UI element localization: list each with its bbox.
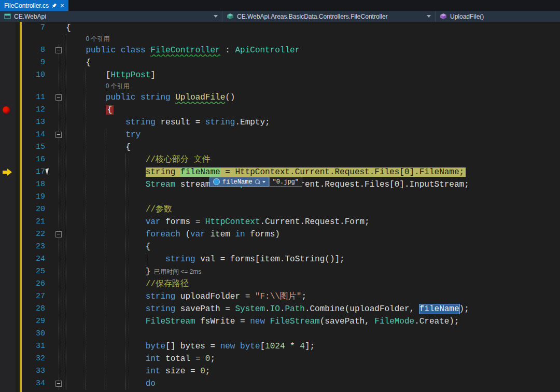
line-number: 32 <box>22 353 45 365</box>
code-text[interactable]: { <box>66 141 560 153</box>
code-token: total = <box>160 354 205 363</box>
breakpoint-margin[interactable] <box>0 365 16 377</box>
code-row: 30 <box>0 328 560 340</box>
breakpoint-margin[interactable] <box>0 178 16 191</box>
debug-datatip[interactable]: fileName "0.jpg" <box>209 177 302 187</box>
breakpoint-margin[interactable] <box>0 290 16 303</box>
code-text[interactable]: } 已用时间 <= 2ms <box>66 265 560 278</box>
line-number: 13 <box>22 116 45 129</box>
chevron-down-icon[interactable] <box>262 181 265 183</box>
code-text[interactable]: { <box>66 22 560 34</box>
breakpoint-margin[interactable] <box>0 44 16 57</box>
member-dropdown[interactable]: UploadFile() <box>435 11 560 22</box>
collapse-region-icon[interactable] <box>55 94 62 101</box>
breakpoint-margin[interactable] <box>0 303 16 315</box>
breakpoint-margin[interactable] <box>0 216 16 228</box>
code-token: public <box>106 93 136 102</box>
code-token: string <box>146 167 176 177</box>
codelens-references-link[interactable]: 0 个引用 <box>86 35 109 43</box>
code-text[interactable]: [HttpPost] <box>66 69 560 81</box>
breakpoint-margin[interactable] <box>0 315 16 328</box>
code-text[interactable]: { <box>66 57 560 69</box>
breakpoint-margin[interactable] <box>0 141 16 153</box>
fold-margin <box>45 22 66 34</box>
code-token: HttpContext <box>205 217 260 227</box>
breakpoint-margin[interactable] <box>0 278 16 290</box>
code-text[interactable]: { <box>66 241 560 253</box>
breakpoint-margin[interactable] <box>0 116 16 129</box>
code-editor[interactable]: 7{ 0 个引用8 public class FileController : … <box>0 22 560 392</box>
current-statement-arrow-icon[interactable] <box>3 171 7 174</box>
breakpoint-margin[interactable] <box>0 191 16 203</box>
tab-filecontroller[interactable]: FileController.cs × <box>0 0 68 11</box>
code-text[interactable]: //保存路径 <box>66 278 560 290</box>
code-text[interactable]: Stream stream = HttpContext.Current.Requ… <box>66 178 560 191</box>
breakpoint-margin[interactable] <box>0 377 16 390</box>
track-changes-margin <box>16 265 22 278</box>
magnifier-icon[interactable] <box>255 179 260 184</box>
code-text[interactable]: int size = 0; <box>66 365 560 377</box>
collapse-region-icon[interactable] <box>55 47 62 53</box>
breakpoint-margin[interactable] <box>0 265 16 278</box>
pin-icon[interactable] <box>52 3 57 8</box>
code-text[interactable]: public class FileController : ApiControl… <box>66 44 560 57</box>
breakpoint-icon[interactable] <box>3 106 10 114</box>
code-text[interactable]: do <box>66 377 560 390</box>
breakpoint-margin[interactable] <box>0 228 16 241</box>
code-text[interactable]: //参数 <box>66 203 560 216</box>
breakpoint-margin[interactable] <box>0 22 16 34</box>
code-text[interactable]: string uploadFolder = "F:\\图片"; <box>66 290 560 303</box>
breakpoint-margin[interactable] <box>0 34 16 44</box>
codelens-row: 0 个引用 <box>0 81 560 91</box>
type-dropdown[interactable]: CE.WebApi.Areas.BasicData.Controllers.Fi… <box>222 11 435 22</box>
code-text[interactable]: try <box>66 129 560 141</box>
code-text[interactable]: var forms = HttpContext.Current.Request.… <box>66 216 560 228</box>
breakpoint-margin[interactable] <box>0 104 16 116</box>
collapse-region-icon[interactable] <box>55 381 62 387</box>
code-text[interactable]: { <box>66 104 560 116</box>
code-token <box>135 93 141 102</box>
code-text[interactable]: 0 个引用 <box>66 34 560 44</box>
line-number: 29 <box>22 315 45 328</box>
code-token: ; <box>301 292 306 301</box>
breakpoint-margin[interactable] <box>0 153 16 166</box>
code-token: .Empty; <box>235 118 270 127</box>
breakpoint-margin[interactable] <box>0 340 16 353</box>
breakpoint-margin[interactable] <box>0 353 16 365</box>
breakpoint-margin[interactable] <box>0 166 16 178</box>
code-text[interactable]: string result = string.Empty; <box>66 116 560 129</box>
track-changes-margin <box>16 69 22 81</box>
project-dropdown[interactable]: CE.WebApi <box>0 11 222 22</box>
code-text[interactable]: byte[] bytes = new byte[1024 * 4]; <box>66 340 560 353</box>
codelens-references-link[interactable]: 0 个引用 <box>106 82 130 90</box>
code-token: byte <box>146 342 165 351</box>
breakpoint-margin[interactable] <box>0 57 16 69</box>
code-text[interactable]: public string UploadFile() <box>66 91 560 104</box>
collapse-region-icon[interactable] <box>55 132 62 138</box>
breakpoint-margin[interactable] <box>0 81 16 91</box>
breakpoint-margin[interactable] <box>0 203 16 216</box>
code-text[interactable]: string savePath = System.IO.Path.Combine… <box>66 303 560 315</box>
line-number: 33 <box>22 365 45 377</box>
code-text[interactable] <box>66 191 560 203</box>
code-text[interactable]: string fileName = HttpContext.Current.Re… <box>66 166 560 178</box>
code-text[interactable]: //核心部分 文件 <box>66 153 560 166</box>
code-token: [] bytes = <box>165 342 220 351</box>
code-text[interactable]: FileStream fsWrite = new FileStream(save… <box>66 315 560 328</box>
code-text[interactable]: int total = 0; <box>66 353 560 365</box>
breakpoint-margin[interactable] <box>0 328 16 340</box>
breakpoint-margin[interactable] <box>0 69 16 81</box>
code-text[interactable]: foreach (var item in forms) <box>66 228 560 241</box>
breakpoint-margin[interactable] <box>0 253 16 265</box>
code-text[interactable]: string val = forms[item.ToString()]; <box>66 253 560 265</box>
code-token: int <box>146 367 161 376</box>
breakpoint-margin[interactable] <box>0 129 16 141</box>
code-token: string <box>141 93 171 102</box>
datatip-expression-pill[interactable]: fileName <box>209 177 269 187</box>
code-text[interactable] <box>66 328 560 340</box>
collapse-region-icon[interactable] <box>55 231 62 237</box>
code-text[interactable]: 0 个引用 <box>66 81 560 91</box>
breakpoint-margin[interactable] <box>0 241 16 253</box>
breakpoint-margin[interactable] <box>0 91 16 104</box>
close-icon[interactable]: × <box>60 2 64 9</box>
